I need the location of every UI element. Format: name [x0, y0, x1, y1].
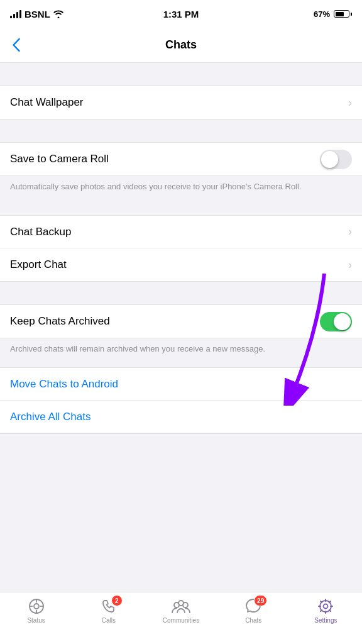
move-chats-android-label: Move Chats to Android — [10, 378, 118, 391]
wifi-icon — [53, 10, 63, 18]
nav-bar: Chats — [0, 28, 362, 63]
battery-percentage: 67% — [314, 9, 330, 19]
chat-backup-label: Chat Backup — [10, 226, 71, 238]
status-bar: BSNL 1:31 PM 67% — [0, 0, 362, 28]
section-backup: Chat Backup › Export Chat › — [0, 215, 362, 282]
tab-settings-label: Settings — [314, 617, 337, 624]
battery-info: 67% — [314, 9, 352, 19]
communities-icon — [172, 598, 190, 614]
tab-calls-icon-wrap: 2 — [99, 597, 119, 615]
status-icon — [28, 598, 45, 614]
section-camera-roll: Save to Camera Roll — [0, 142, 362, 176]
archive-all-chats-cell[interactable]: Archive All Chats — [0, 401, 362, 433]
signal-icon — [10, 9, 21, 18]
tab-calls[interactable]: 2 Calls — [72, 597, 145, 624]
save-camera-roll-label: Save to Camera Roll — [10, 153, 109, 165]
cell-right-export: › — [348, 258, 352, 272]
section-appearance: Chat Wallpaper › — [0, 86, 362, 119]
tab-calls-label: Calls — [102, 617, 116, 624]
export-chat-cell[interactable]: Export Chat › — [0, 248, 362, 281]
keep-archived-toggle[interactable] — [320, 312, 352, 331]
tab-chats[interactable]: 29 Chats — [217, 597, 290, 624]
section-archive-links: Move Chats to Android Archive All Chats — [0, 367, 362, 434]
tab-settings-icon-wrap — [315, 597, 336, 615]
tab-settings[interactable]: Settings — [290, 597, 362, 624]
tab-status-label: Status — [27, 617, 45, 624]
tab-chats-label: Chats — [245, 617, 261, 624]
tab-communities[interactable]: Communities — [145, 597, 217, 624]
keep-archived-thumb — [334, 313, 351, 330]
tab-chats-icon-wrap: 29 — [243, 597, 263, 615]
chevron-icon: › — [348, 96, 352, 109]
chevron-export-icon: › — [348, 258, 352, 272]
archive-all-chats-label: Archive All Chats — [10, 411, 91, 423]
svg-point-2 — [34, 604, 39, 609]
save-camera-roll-toggle[interactable] — [320, 150, 352, 169]
chat-wallpaper-label: Chat Wallpaper — [10, 96, 84, 109]
content-area: Chat Wallpaper › Save to Camera Roll Aut… — [0, 63, 362, 509]
export-chat-label: Export Chat — [10, 258, 67, 271]
tab-communities-label: Communities — [163, 617, 199, 624]
carrier-name: BSNL — [25, 9, 50, 19]
chats-badge: 29 — [254, 595, 267, 606]
cell-right-wallpaper: › — [348, 96, 352, 109]
calls-badge: 2 — [111, 595, 123, 606]
move-chats-android-cell[interactable]: Move Chats to Android — [0, 368, 362, 401]
tab-bar: Status 2 Calls Communities — [0, 592, 362, 644]
spacer-6 — [0, 434, 362, 457]
spacer-3 — [0, 203, 362, 215]
archive-description: Archived chats will remain archived when… — [0, 338, 362, 365]
keep-archived-label: Keep Chats Archived — [10, 315, 110, 328]
save-camera-roll-cell[interactable]: Save to Camera Roll — [0, 143, 362, 175]
chevron-backup-icon: › — [348, 225, 352, 238]
spacer-2 — [0, 119, 362, 142]
chat-wallpaper-cell[interactable]: Chat Wallpaper › — [0, 86, 362, 119]
toggle-thumb — [321, 151, 338, 168]
settings-icon — [317, 598, 334, 614]
svg-point-11 — [320, 601, 331, 612]
spacer-1 — [0, 63, 362, 86]
chat-backup-cell[interactable]: Chat Backup › — [0, 216, 362, 248]
camera-roll-description: Automatically save photos and videos you… — [0, 176, 362, 203]
status-time: 1:31 PM — [163, 9, 199, 19]
spacer-4 — [0, 282, 362, 304]
page-title: Chats — [165, 38, 197, 52]
svg-point-9 — [178, 601, 184, 606]
battery-icon — [334, 10, 352, 18]
keep-archived-cell[interactable]: Keep Chats Archived — [0, 305, 362, 338]
tab-status-icon-wrap — [26, 597, 47, 615]
tab-status[interactable]: Status — [0, 597, 72, 624]
tab-communities-icon-wrap — [171, 597, 191, 615]
carrier-info: BSNL — [10, 9, 63, 19]
cell-right-backup: › — [348, 225, 352, 238]
section-archive-toggle: Keep Chats Archived — [0, 304, 362, 338]
svg-point-10 — [324, 604, 328, 609]
back-button[interactable] — [8, 33, 25, 57]
